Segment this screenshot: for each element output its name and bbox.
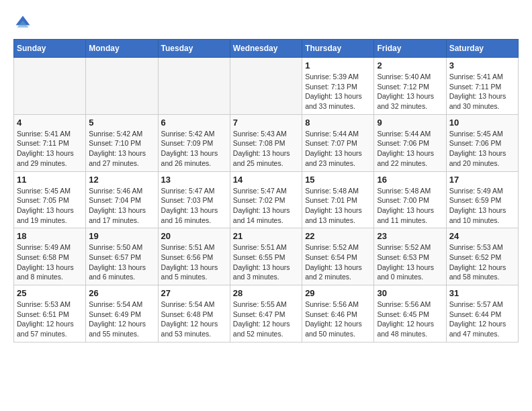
calendar-day-cell: 25Sunrise: 5:53 AM Sunset: 6:51 PM Dayli…: [14, 285, 86, 342]
day-info: Sunrise: 5:41 AM Sunset: 7:11 PM Dayligh…: [449, 72, 515, 111]
day-number: 20: [161, 231, 227, 241]
day-number: 12: [89, 175, 154, 185]
calendar-day-cell: 11Sunrise: 5:45 AM Sunset: 7:05 PM Dayli…: [14, 171, 86, 228]
calendar-day-cell: 18Sunrise: 5:49 AM Sunset: 6:58 PM Dayli…: [14, 228, 86, 285]
day-of-week-header: Thursday: [302, 40, 374, 58]
day-number: 24: [449, 231, 515, 241]
calendar-day-cell: 8Sunrise: 5:44 AM Sunset: 7:07 PM Daylig…: [302, 114, 374, 171]
day-number: 25: [17, 288, 83, 298]
day-info: Sunrise: 5:49 AM Sunset: 6:59 PM Dayligh…: [449, 186, 515, 226]
day-info: Sunrise: 5:57 AM Sunset: 6:44 PM Dayligh…: [449, 300, 515, 339]
day-number: 17: [449, 175, 515, 185]
calendar-day-cell: 31Sunrise: 5:57 AM Sunset: 6:44 PM Dayli…: [446, 285, 518, 342]
day-info: Sunrise: 5:51 AM Sunset: 6:55 PM Dayligh…: [233, 242, 299, 282]
calendar-day-cell: [230, 58, 302, 115]
day-info: Sunrise: 5:40 AM Sunset: 7:12 PM Dayligh…: [377, 72, 443, 111]
calendar-day-cell: 26Sunrise: 5:54 AM Sunset: 6:49 PM Dayli…: [86, 285, 158, 342]
day-info: Sunrise: 5:49 AM Sunset: 6:58 PM Dayligh…: [17, 242, 83, 282]
calendar-week-row: 1Sunrise: 5:39 AM Sunset: 7:13 PM Daylig…: [14, 58, 519, 115]
day-info: Sunrise: 5:47 AM Sunset: 7:02 PM Dayligh…: [233, 186, 299, 226]
day-number: 22: [305, 231, 371, 241]
day-info: Sunrise: 5:47 AM Sunset: 7:03 PM Dayligh…: [161, 186, 227, 226]
calendar-day-cell: 22Sunrise: 5:52 AM Sunset: 6:54 PM Dayli…: [302, 228, 374, 285]
day-number: 10: [449, 118, 515, 128]
day-info: Sunrise: 5:56 AM Sunset: 6:46 PM Dayligh…: [305, 300, 371, 339]
calendar-day-cell: [14, 58, 86, 115]
day-info: Sunrise: 5:54 AM Sunset: 6:48 PM Dayligh…: [161, 300, 227, 339]
day-number: 23: [377, 231, 443, 241]
day-of-week-header: Sunday: [14, 40, 86, 58]
day-number: 8: [305, 118, 371, 128]
calendar-day-cell: 15Sunrise: 5:48 AM Sunset: 7:01 PM Dayli…: [302, 171, 374, 228]
day-number: 21: [233, 231, 299, 241]
page-header: [13, 13, 519, 32]
day-number: 4: [17, 118, 83, 128]
calendar-week-row: 18Sunrise: 5:49 AM Sunset: 6:58 PM Dayli…: [14, 228, 519, 285]
calendar-day-cell: 19Sunrise: 5:50 AM Sunset: 6:57 PM Dayli…: [86, 228, 158, 285]
day-info: Sunrise: 5:48 AM Sunset: 7:01 PM Dayligh…: [305, 186, 371, 226]
day-number: 6: [161, 118, 227, 128]
calendar-day-cell: 4Sunrise: 5:41 AM Sunset: 7:11 PM Daylig…: [14, 114, 86, 171]
calendar-day-cell: 10Sunrise: 5:45 AM Sunset: 7:06 PM Dayli…: [446, 114, 518, 171]
day-number: 19: [89, 231, 154, 241]
day-info: Sunrise: 5:53 AM Sunset: 6:51 PM Dayligh…: [17, 300, 83, 339]
day-number: 14: [233, 175, 299, 185]
day-info: Sunrise: 5:48 AM Sunset: 7:00 PM Dayligh…: [377, 186, 443, 226]
day-info: Sunrise: 5:39 AM Sunset: 7:13 PM Dayligh…: [305, 72, 371, 111]
day-info: Sunrise: 5:46 AM Sunset: 7:04 PM Dayligh…: [89, 186, 154, 226]
day-number: 5: [89, 118, 154, 128]
calendar-day-cell: 7Sunrise: 5:43 AM Sunset: 7:08 PM Daylig…: [230, 114, 302, 171]
day-info: Sunrise: 5:51 AM Sunset: 6:56 PM Dayligh…: [161, 242, 227, 282]
day-of-week-header: Tuesday: [158, 40, 230, 58]
calendar-day-cell: 23Sunrise: 5:52 AM Sunset: 6:53 PM Dayli…: [374, 228, 446, 285]
day-number: 28: [233, 288, 299, 298]
calendar-day-cell: 3Sunrise: 5:41 AM Sunset: 7:11 PM Daylig…: [446, 58, 518, 115]
calendar-day-cell: [158, 58, 230, 115]
day-info: Sunrise: 5:52 AM Sunset: 6:54 PM Dayligh…: [305, 242, 371, 282]
calendar-day-cell: 17Sunrise: 5:49 AM Sunset: 6:59 PM Dayli…: [446, 171, 518, 228]
calendar-day-cell: 20Sunrise: 5:51 AM Sunset: 6:56 PM Dayli…: [158, 228, 230, 285]
calendar-day-cell: 2Sunrise: 5:40 AM Sunset: 7:12 PM Daylig…: [374, 58, 446, 115]
day-number: 16: [377, 175, 443, 185]
calendar-day-cell: 24Sunrise: 5:53 AM Sunset: 6:52 PM Dayli…: [446, 228, 518, 285]
day-number: 9: [377, 118, 443, 128]
day-number: 31: [449, 288, 515, 298]
day-of-week-header: Wednesday: [230, 40, 302, 58]
day-number: 13: [161, 175, 227, 185]
calendar-day-cell: 5Sunrise: 5:42 AM Sunset: 7:10 PM Daylig…: [86, 114, 158, 171]
calendar-week-row: 11Sunrise: 5:45 AM Sunset: 7:05 PM Dayli…: [14, 171, 519, 228]
day-number: 1: [305, 60, 371, 71]
day-number: 11: [17, 175, 83, 185]
day-info: Sunrise: 5:45 AM Sunset: 7:06 PM Dayligh…: [449, 129, 515, 169]
calendar-day-cell: 21Sunrise: 5:51 AM Sunset: 6:55 PM Dayli…: [230, 228, 302, 285]
day-number: 26: [89, 288, 154, 298]
day-number: 2: [377, 60, 443, 71]
day-number: 29: [305, 288, 371, 298]
calendar-week-row: 4Sunrise: 5:41 AM Sunset: 7:11 PM Daylig…: [14, 114, 519, 171]
calendar-week-row: 25Sunrise: 5:53 AM Sunset: 6:51 PM Dayli…: [14, 285, 519, 342]
logo-icon: [13, 13, 32, 32]
calendar-day-cell: 29Sunrise: 5:56 AM Sunset: 6:46 PM Dayli…: [302, 285, 374, 342]
day-info: Sunrise: 5:41 AM Sunset: 7:11 PM Dayligh…: [17, 129, 83, 169]
calendar-day-cell: 16Sunrise: 5:48 AM Sunset: 7:00 PM Dayli…: [374, 171, 446, 228]
calendar-day-cell: 13Sunrise: 5:47 AM Sunset: 7:03 PM Dayli…: [158, 171, 230, 228]
calendar-day-cell: 9Sunrise: 5:44 AM Sunset: 7:06 PM Daylig…: [374, 114, 446, 171]
calendar-day-cell: 12Sunrise: 5:46 AM Sunset: 7:04 PM Dayli…: [86, 171, 158, 228]
day-number: 15: [305, 175, 371, 185]
day-number: 7: [233, 118, 299, 128]
day-number: 30: [377, 288, 443, 298]
day-info: Sunrise: 5:55 AM Sunset: 6:47 PM Dayligh…: [233, 300, 299, 339]
day-info: Sunrise: 5:54 AM Sunset: 6:49 PM Dayligh…: [89, 300, 154, 339]
calendar-day-cell: 6Sunrise: 5:42 AM Sunset: 7:09 PM Daylig…: [158, 114, 230, 171]
day-of-week-header: Saturday: [446, 40, 518, 58]
day-info: Sunrise: 5:45 AM Sunset: 7:05 PM Dayligh…: [17, 186, 83, 226]
day-info: Sunrise: 5:44 AM Sunset: 7:07 PM Dayligh…: [305, 129, 371, 169]
day-info: Sunrise: 5:44 AM Sunset: 7:06 PM Dayligh…: [377, 129, 443, 169]
day-info: Sunrise: 5:42 AM Sunset: 7:10 PM Dayligh…: [89, 129, 154, 169]
calendar-day-cell: 1Sunrise: 5:39 AM Sunset: 7:13 PM Daylig…: [302, 58, 374, 115]
day-info: Sunrise: 5:53 AM Sunset: 6:52 PM Dayligh…: [449, 242, 515, 282]
day-number: 3: [449, 60, 515, 71]
calendar-table: SundayMondayTuesdayWednesdayThursdayFrid…: [13, 39, 519, 342]
day-info: Sunrise: 5:50 AM Sunset: 6:57 PM Dayligh…: [89, 242, 154, 282]
calendar-day-cell: [86, 58, 158, 115]
